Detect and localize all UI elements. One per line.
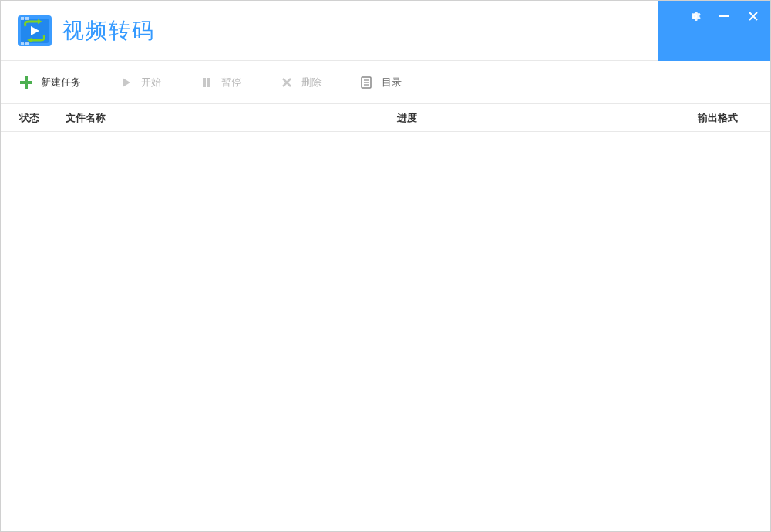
svg-rect-6: [719, 15, 729, 17]
app-logo-icon: [16, 12, 53, 49]
new-task-button[interactable]: 新建任务: [19, 76, 81, 89]
close-icon: [748, 11, 759, 22]
directory-label: 目录: [382, 76, 402, 89]
svg-rect-9: [203, 78, 206, 87]
column-header-output-format: 输出格式: [698, 111, 752, 125]
gear-icon: [689, 10, 701, 22]
delete-icon: [280, 76, 294, 89]
svg-rect-10: [207, 78, 210, 87]
toolbar: 新建任务 开始 暂停 删除: [1, 61, 770, 104]
svg-rect-5: [25, 42, 29, 45]
folder-icon: [360, 76, 374, 89]
settings-button[interactable]: [687, 8, 702, 24]
pause-label: 暂停: [221, 76, 241, 89]
delete-label: 删除: [301, 76, 322, 89]
window-controls: [658, 1, 770, 61]
pause-button[interactable]: 暂停: [200, 76, 241, 89]
new-task-label: 新建任务: [41, 76, 81, 89]
play-icon: [120, 76, 133, 89]
title-left: 视频转码: [1, 12, 155, 49]
start-button[interactable]: 开始: [120, 76, 161, 89]
delete-button[interactable]: 删除: [280, 76, 322, 89]
close-button[interactable]: [746, 8, 761, 24]
plus-icon: [19, 76, 33, 89]
table-header: 状态 文件名称 进度 输出格式: [1, 104, 770, 132]
title-bar: 视频转码: [1, 1, 770, 61]
column-header-status: 状态: [19, 111, 66, 125]
minimize-button[interactable]: [716, 8, 732, 24]
svg-rect-3: [25, 17, 29, 20]
column-header-filename: 文件名称: [66, 111, 397, 125]
svg-rect-2: [21, 17, 24, 20]
svg-rect-4: [21, 42, 24, 45]
start-label: 开始: [141, 76, 161, 89]
column-header-progress: 进度: [397, 111, 698, 125]
directory-button[interactable]: 目录: [360, 76, 402, 89]
minimize-icon: [719, 11, 729, 22]
pause-icon: [200, 76, 214, 89]
svg-rect-8: [20, 81, 32, 84]
app-title: 视频转码: [62, 16, 155, 45]
